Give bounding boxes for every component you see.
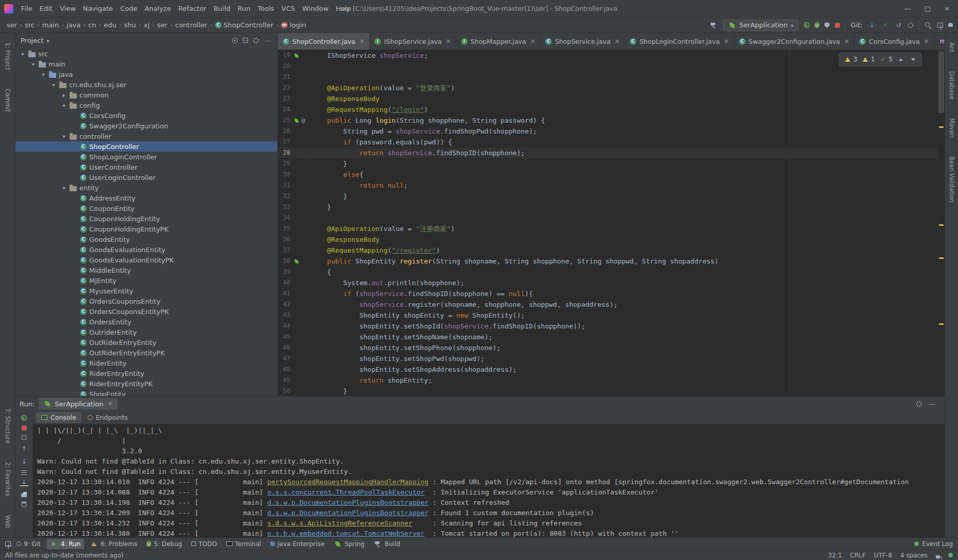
stop-icon[interactable] xyxy=(22,425,27,431)
gutter-line-30[interactable]: 30 xyxy=(278,169,307,180)
tab-close-icon[interactable]: × xyxy=(724,38,729,45)
breadcrumb-item-cn[interactable]: cn xyxy=(87,21,97,29)
build-hammer-icon[interactable] xyxy=(709,21,718,29)
inspections-widget[interactable]: 315 xyxy=(839,53,922,67)
toolwindow-button-5-debug[interactable]: 5: Debug xyxy=(143,539,186,549)
gutter-line-28[interactable]: 28 xyxy=(278,147,307,158)
window-minimize-button[interactable]: — xyxy=(904,5,911,12)
gutter-line-42[interactable]: 42 xyxy=(278,299,307,310)
tree-item-corsconfig[interactable]: CorsConfig xyxy=(15,110,277,121)
gutter-line-29[interactable]: 29 xyxy=(278,158,307,169)
toolwindow-button-4-run[interactable]: 4: Run xyxy=(46,539,85,549)
tree-item-outriderentryentity[interactable]: OutRiderEntryEntity xyxy=(15,337,277,348)
tab-close-icon[interactable]: × xyxy=(924,38,929,45)
inspection-warning[interactable]: 3 xyxy=(844,54,857,65)
tree-item-src[interactable]: ▾src xyxy=(15,48,277,59)
tree-item-common[interactable]: ▸common xyxy=(15,90,277,100)
breadcrumb-item-ser[interactable]: ser xyxy=(5,21,19,29)
editor-scrollbar[interactable] xyxy=(937,50,945,396)
tree-item-outriderentryentitypk[interactable]: OutRiderEntryEntityPK xyxy=(15,348,277,358)
git-history-icon[interactable] xyxy=(908,23,913,28)
tab-close-icon[interactable]: × xyxy=(844,38,849,45)
toolwindow-button-terminal[interactable]: Terminal xyxy=(223,539,265,549)
gutter-line-20[interactable]: 20 xyxy=(278,61,307,72)
gutter-line-32[interactable]: 32 xyxy=(278,191,307,202)
tree-item-riderentryentity[interactable]: RiderEntryEntity xyxy=(15,368,277,378)
tree-item-main[interactable]: ▾main xyxy=(15,59,277,69)
stripe-button-ant[interactable]: Ant xyxy=(948,42,955,53)
restore-icon[interactable] xyxy=(22,435,26,440)
gutter-line-33[interactable]: 33 xyxy=(278,202,307,212)
gutter-line-39[interactable]: 39 xyxy=(278,267,307,277)
git-revert-icon[interactable] xyxy=(895,21,903,29)
menu-tools[interactable]: Tools xyxy=(254,3,278,14)
stripe-button-maven[interactable]: Maven xyxy=(948,118,955,138)
editor-tab-shoplogincontroller.java[interactable]: ShopLoginController.java× xyxy=(625,33,734,50)
editor-tab-ishopservice.java[interactable]: IShopService.java× xyxy=(370,33,456,50)
gutter-line-48[interactable]: 48 xyxy=(278,364,307,375)
menu-window[interactable]: Window xyxy=(299,3,332,14)
tree-collapse-arrow-icon[interactable]: ▾ xyxy=(61,185,67,191)
print-icon[interactable] xyxy=(21,493,27,497)
breadcrumb-item-shopcontroller[interactable]: ShopController xyxy=(213,21,275,29)
tree-item-couponholdingentitypk[interactable]: CouponHoldingEntityPK xyxy=(15,224,277,234)
warning-stripe-mark[interactable] xyxy=(939,126,944,128)
menu-vcs[interactable]: VCS xyxy=(278,3,299,14)
gutter-line-26[interactable]: 26 xyxy=(278,126,307,137)
stripe-button-web[interactable]: Web xyxy=(4,515,11,528)
warning-stripe-mark[interactable] xyxy=(939,257,944,259)
tree-item-usercontroller[interactable]: UserController xyxy=(15,162,277,172)
collapse-icon[interactable] xyxy=(243,38,248,43)
gear-icon[interactable] xyxy=(916,401,922,407)
tree-item-middleentity[interactable]: MiddleEntity xyxy=(15,265,277,275)
chevron-down-icon[interactable] xyxy=(909,56,917,64)
tree-item-myuserentity[interactable]: MyuserEntity xyxy=(15,286,277,296)
git-update-icon[interactable] xyxy=(868,21,876,29)
gutter-line-50[interactable]: 50 xyxy=(278,386,307,396)
project-panel-title[interactable]: Project xyxy=(21,37,43,44)
breadcrumb-item-controller[interactable]: controller xyxy=(174,21,209,29)
gutter-line-24[interactable]: 24 xyxy=(278,104,307,115)
warning-stripe-mark[interactable] xyxy=(939,224,944,226)
gutter-line-19[interactable]: 19 xyxy=(278,50,307,61)
gutter-line-43[interactable]: 43 xyxy=(278,310,307,321)
rerun-icon[interactable] xyxy=(804,22,810,28)
inspection-warning-weak[interactable]: 1 xyxy=(861,54,874,65)
editor-tab-swagger2configuration.java[interactable]: Swagger2Configuration.java× xyxy=(734,33,854,50)
tree-item-riderentity[interactable]: RiderEntity xyxy=(15,358,277,368)
editor-tab-shopcontroller.java[interactable]: ShopController.java× xyxy=(278,33,370,50)
menu-code[interactable]: Code xyxy=(117,3,141,14)
gutter-line-27[interactable]: 27 xyxy=(278,137,307,147)
tree-collapse-arrow-icon[interactable]: ▾ xyxy=(61,134,67,139)
tab-close-icon[interactable]: × xyxy=(359,38,365,45)
gutter-line-37[interactable]: 37 xyxy=(278,245,307,256)
bell-icon[interactable] xyxy=(948,23,953,27)
menu-analyze[interactable]: Analyze xyxy=(141,3,174,14)
tree-item-riderentryentitypk[interactable]: RiderEntryEntityPK xyxy=(15,378,277,389)
chevron-up-icon[interactable] xyxy=(897,56,905,64)
menu-run[interactable]: Run xyxy=(234,3,254,14)
stripe-button-1-project[interactable]: 1: Project xyxy=(4,42,11,70)
coverage-icon[interactable] xyxy=(824,22,830,28)
scrollend-icon[interactable] xyxy=(20,480,28,486)
tree-item-goodsentity[interactable]: GoodsEntity xyxy=(15,234,277,244)
warning-stripe-mark[interactable] xyxy=(939,323,944,325)
stripe-button-2-favorites[interactable]: 2: Favorites xyxy=(4,462,11,497)
event-log-button[interactable]: Event Log xyxy=(914,540,953,548)
menu-navigate[interactable]: Navigate xyxy=(79,3,117,14)
toolwindow-button-java-enterprise[interactable]: Java Enterprise xyxy=(267,539,328,549)
toolwindow-button-build[interactable]: Build xyxy=(370,539,404,549)
view-tab-endpoints[interactable]: Endpoints xyxy=(82,412,133,423)
gutter-line-41[interactable]: 41 xyxy=(278,288,307,299)
toolwindow-toggle-icon[interactable] xyxy=(5,541,11,547)
tree-item-couponholdingentity[interactable]: CouponHoldingEntity xyxy=(15,213,277,224)
tree-collapse-arrow-icon[interactable]: ▾ xyxy=(40,72,46,77)
rerun-icon[interactable] xyxy=(21,415,27,421)
breadcrumb-item-src[interactable]: src xyxy=(23,21,36,29)
breadcrumb-item-xj[interactable]: xj xyxy=(142,21,151,29)
run-configuration-combo[interactable]: SerApplication xyxy=(723,20,799,31)
status-32-1[interactable]: 32:1 xyxy=(828,552,842,559)
down-icon[interactable] xyxy=(20,457,28,466)
tab-close-icon[interactable]: × xyxy=(446,38,451,45)
chevron-down-icon[interactable] xyxy=(46,37,49,44)
